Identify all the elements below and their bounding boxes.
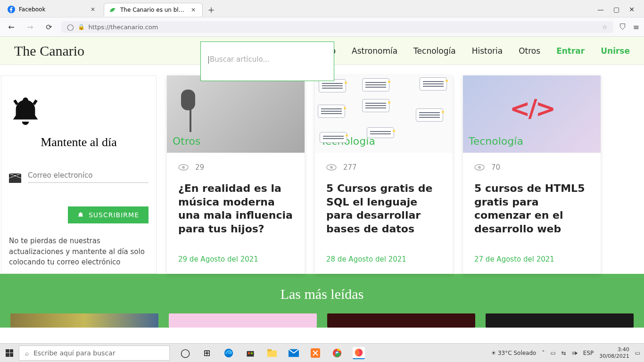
nav-otros[interactable]: Otros [519, 46, 540, 56]
search-icon: ⌕ [25, 349, 29, 357]
taskbar-search-placeholder: Escribe aquí para buscar [33, 349, 115, 357]
most-read-card[interactable] [10, 313, 158, 328]
eye-icon [178, 164, 189, 171]
most-read-card[interactable] [327, 313, 475, 328]
chrome-icon[interactable] [331, 347, 343, 359]
svg-rect-4 [251, 352, 253, 354]
most-read-card[interactable] [169, 313, 317, 328]
email-input[interactable] [28, 168, 149, 183]
firefox-icon[interactable] [353, 347, 365, 359]
weather-widget[interactable]: ☀ 33°C Soleado [491, 350, 536, 356]
tab-title: The Canario es un blog educati [120, 7, 187, 13]
view-count: 29 [195, 163, 204, 172]
subscribe-button[interactable]: SUSCRIBIRME [68, 206, 149, 223]
bird-icon [109, 6, 116, 14]
browser-chrome: Facebook ✕ The Canario es un blog educat… [0, 0, 644, 37]
subscribe-label: SUSCRIBIRME [89, 211, 139, 219]
bookmark-icon[interactable]: ☆ [602, 24, 608, 31]
tray-chevron-icon[interactable]: ˄ [542, 350, 545, 356]
card-image: Otros [167, 75, 305, 153]
close-window-button[interactable]: ✕ [629, 6, 635, 13]
facebook-icon [8, 6, 15, 13]
minimize-button[interactable]: — [597, 6, 604, 13]
article-cards: Otros 29 ¿En realidad es la música moder… [167, 75, 634, 274]
tab-title: Facebook [19, 6, 87, 13]
card-image: Tecnología [315, 75, 453, 153]
mail-icon [9, 173, 21, 183]
view-count: 70 [491, 163, 500, 172]
pocket-icon[interactable]: ⛉ [619, 23, 627, 32]
store-icon[interactable] [244, 347, 256, 359]
sidebar-note: No te pierdas de nuestras actualizacione… [9, 236, 149, 268]
category-label: Tecnología [469, 135, 523, 147]
cortana-icon[interactable]: ◯ [179, 347, 191, 359]
back-button[interactable]: ← [5, 20, 18, 33]
close-icon[interactable]: ✕ [191, 7, 198, 13]
explorer-icon[interactable] [266, 347, 278, 359]
nav-historia[interactable]: Historia [472, 46, 503, 56]
close-icon[interactable]: ✕ [91, 6, 97, 13]
bell-icon [77, 212, 84, 218]
search-placeholder: Buscar artículo... [210, 55, 270, 64]
brand-logo[interactable]: The Canario [14, 43, 84, 59]
battery-icon[interactable]: ▭ [550, 350, 555, 356]
task-view-icon[interactable]: ⊞ [201, 347, 213, 359]
time: 3:40 [599, 346, 629, 353]
svg-rect-5 [267, 350, 277, 357]
start-button[interactable] [0, 344, 19, 362]
most-read-heading: Las más leídas [0, 286, 644, 302]
shield-icon: ◯ [67, 24, 74, 31]
mail-icon[interactable] [288, 347, 300, 359]
view-count: 277 [343, 163, 357, 172]
notifications-icon[interactable]: ▭ [635, 350, 640, 356]
article-card[interactable]: Tecnología 277 5 Cursos gratis de SQL el… [315, 75, 453, 274]
most-read-section: Las más leídas [0, 274, 644, 328]
article-date: 29 de Agosto del 2021 [178, 255, 293, 263]
subscribe-sidebar: Mantente al día SUSCRIBIRME No te pierda… [1, 75, 157, 274]
xampp-icon[interactable] [309, 347, 322, 359]
article-card[interactable]: </> Tecnología 70 5 cursos de HTML5 grat… [463, 75, 601, 274]
page-content: The Canario Inicio Astronomía Tecnología… [0, 37, 644, 343]
tab-strip: Facebook ✕ The Canario es un blog educat… [0, 0, 644, 17]
eye-icon [326, 164, 337, 171]
nav-unirse[interactable]: Unirse [601, 46, 630, 56]
reload-button[interactable]: ⟳ [42, 20, 56, 33]
category-label: Otros [173, 135, 200, 147]
svg-rect-2 [247, 351, 254, 356]
taskbar-search[interactable]: ⌕ Escribe aquí para buscar [19, 346, 170, 361]
article-title: 5 Cursos gratis de SQL el lenguaje para … [326, 182, 441, 236]
windows-taskbar: ⌕ Escribe aquí para buscar ◯ ⊞ ☀ 33°C So… [0, 343, 644, 362]
language-indicator[interactable]: ESP [583, 350, 594, 356]
nav-astronomia[interactable]: Astronomía [352, 46, 397, 56]
tab-facebook[interactable]: Facebook ✕ [3, 3, 102, 16]
date: 30/08/2021 [599, 353, 629, 359]
edge-icon[interactable] [223, 347, 235, 359]
eye-icon [474, 164, 485, 171]
most-read-card[interactable] [486, 313, 634, 328]
maximize-button[interactable]: ▢ [613, 6, 619, 13]
bell-icon [9, 95, 42, 128]
address-bar[interactable]: ◯ 🔒 https://thecanario.com ☆ [61, 21, 613, 33]
card-image: </> Tecnología [463, 75, 601, 153]
nav-entrar[interactable]: Entrar [556, 46, 585, 56]
lock-icon: 🔒 [78, 24, 85, 30]
clock[interactable]: 3:40 30/08/2021 [599, 346, 629, 359]
main-nav: Inicio Astronomía Tecnología Historia Ot… [314, 46, 630, 56]
sidebar-heading: Mantente al día [9, 135, 149, 149]
new-tab-button[interactable]: + [205, 3, 218, 16]
wifi-icon[interactable]: ⇆ [561, 350, 566, 356]
tab-canario[interactable]: The Canario es un blog educati ✕ [104, 3, 203, 16]
article-title: ¿En realidad es la música moderna una ma… [178, 182, 293, 236]
svg-rect-6 [267, 349, 272, 351]
article-date: 28 de Agosto del 2021 [326, 255, 441, 263]
volume-icon[interactable]: 🕪 [572, 350, 578, 356]
url-text: https://thecanario.com [89, 24, 598, 31]
article-title: 5 cursos de HTML5 gratis para comenzar e… [474, 182, 589, 236]
article-date: 27 de Agosto del 2021 [474, 255, 589, 263]
menu-icon[interactable]: ≡ [633, 23, 639, 32]
nav-tecnologia[interactable]: Tecnología [413, 46, 456, 56]
search-dropdown[interactable]: |Buscar artículo... [200, 41, 334, 81]
window-controls: — ▢ ✕ [597, 6, 641, 13]
article-card[interactable]: Otros 29 ¿En realidad es la música moder… [167, 75, 305, 274]
forward-button[interactable]: → [24, 20, 37, 33]
